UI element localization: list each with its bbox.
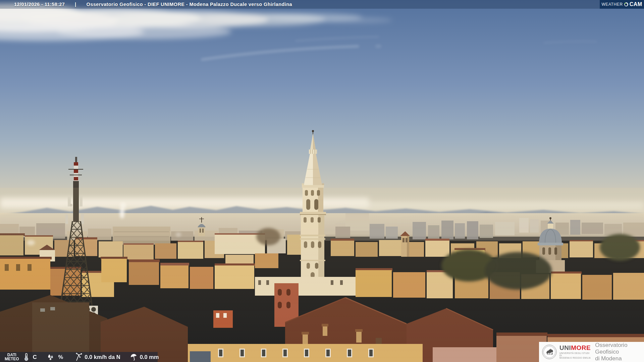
thermometer-icon — [24, 353, 29, 361]
page-title: Osservatorio Geofisico - DIEF UNIMORE - … — [87, 2, 292, 7]
meteo-bar: DATI METEO C % — [0, 352, 158, 362]
webcam-page: 12/01/2026 - 11:58:27 | Osservatorio Geo… — [0, 0, 644, 362]
humidity-drops-icon — [47, 353, 54, 361]
unimore-subline1: UNIVERSITÀ DEGLI STUDI DI — [559, 352, 591, 357]
unimore-seal-icon — [542, 345, 557, 359]
temperature-unit: C — [33, 354, 37, 360]
meteo-label-line2: METEO — [5, 357, 19, 361]
rain-item: 0.0 mm — [130, 353, 159, 361]
observatory-name-line1: Osservatorio Geofisico — [595, 342, 644, 355]
warm-light — [0, 188, 644, 362]
header-bar: 12/01/2026 - 11:58:27 | Osservatorio Geo… — [0, 0, 644, 9]
humidity-item: % — [47, 353, 63, 361]
camera-lens-icon — [624, 2, 628, 6]
wind-value: 0.0 km/h da N — [85, 354, 120, 360]
weathercam-logo: WEATHER CAM — [600, 0, 644, 9]
observatory-name: Osservatorio Geofisico di Modena — [595, 342, 644, 362]
temperature-item: C — [24, 353, 37, 361]
weathercam-word-weather: WEATHER — [601, 2, 623, 7]
unimore-subline2: MODENA E REGGIO EMILIA — [559, 357, 591, 359]
weathercam-word-cam: CAM — [630, 1, 642, 7]
umbrella-icon — [130, 353, 138, 361]
timestamp: 12/01/2026 - 11:58:27 — [14, 2, 65, 7]
webcam-photo — [0, 0, 644, 362]
observatory-name-line2: di Modena — [595, 355, 644, 362]
rain-value: 0.0 mm — [140, 354, 159, 360]
meteo-label: DATI METEO — [5, 353, 19, 361]
unimore-uni: UNI — [559, 344, 571, 351]
header-divider: | — [75, 2, 76, 7]
wind-item: 0.0 km/h da N — [74, 353, 120, 361]
unimore-more: MORE — [571, 344, 591, 351]
anemometer-icon — [74, 353, 83, 361]
unimore-wordmark: UNIMORE UNIVERSITÀ DEGLI STUDI DI MODENA… — [559, 345, 591, 359]
brand-box: UNIMORE UNIVERSITÀ DEGLI STUDI DI MODENA… — [539, 342, 644, 362]
humidity-unit: % — [58, 354, 63, 360]
